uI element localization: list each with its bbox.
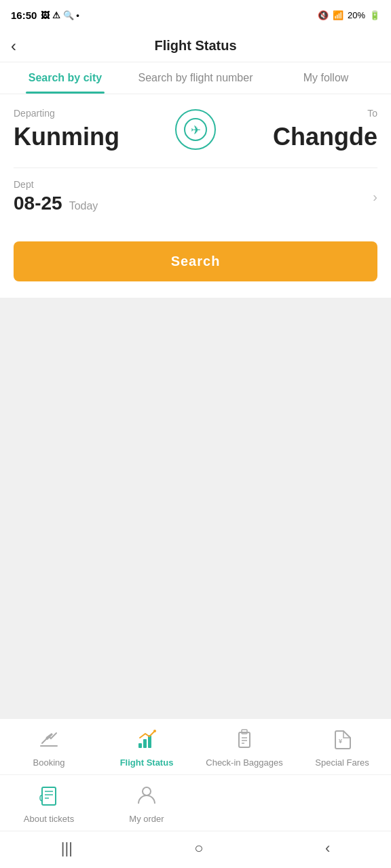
my-order-icon [136, 785, 157, 811]
bottom-nav: Booking Flight Status [0, 718, 391, 831]
fares-icon: ¥ [331, 728, 353, 755]
nav-about-tickets[interactable]: About tickets [0, 782, 98, 827]
departing-label: Departing [14, 108, 172, 119]
svg-rect-2 [138, 743, 142, 748]
flight-status-label: Flight Status [120, 757, 174, 768]
destination-city-block[interactable]: To Changde [219, 108, 377, 151]
tab-search-by-city[interactable]: Search by city [0, 62, 130, 94]
search-button-wrap: Search [0, 231, 391, 298]
plane-circle-icon: ✈ [175, 109, 216, 150]
fares-label: Special Fares [315, 757, 369, 768]
plane-icon-center: ✈ [172, 109, 219, 150]
my-order-label: My order [129, 814, 164, 824]
nav-checkin[interactable]: Check-in Baggages [196, 726, 293, 770]
destination-city: Changde [219, 123, 377, 151]
nav-booking[interactable]: Booking [0, 726, 98, 770]
header: ‹ Flight Status [0, 30, 391, 62]
svg-point-5 [153, 730, 156, 732]
nav-my-order[interactable]: My order [98, 782, 196, 827]
dept-date: 08-25 Today [14, 193, 98, 214]
departing-city-block[interactable]: Departing Kunming [14, 108, 172, 151]
flight-status-icon [136, 728, 157, 755]
checkin-icon [234, 728, 255, 755]
chevron-right-icon: › [373, 189, 377, 205]
search-panel: Departing Kunming ✈ To Changde Dept 08-2… [0, 94, 391, 231]
svg-point-16 [143, 787, 151, 795]
tab-my-follow[interactable]: My follow [261, 62, 391, 94]
svg-text:¥: ¥ [339, 738, 342, 745]
system-menu-button[interactable]: ||| [61, 840, 73, 857]
svg-text:✈: ✈ [191, 123, 201, 137]
dept-info: Dept 08-25 Today [14, 179, 98, 214]
nav-flight-status[interactable]: Flight Status [98, 726, 196, 770]
status-icons: 🔇 📶 20% 🔋 [318, 10, 380, 20]
dept-label: Dept [14, 179, 98, 190]
svg-rect-3 [143, 739, 147, 748]
search-button[interactable]: Search [14, 241, 377, 281]
status-time: 16:50 🖼 ⚠ 🔍 • [11, 9, 79, 21]
tab-search-by-flight[interactable]: Search by flight number [130, 62, 261, 94]
system-home-button[interactable]: ○ [194, 840, 203, 857]
about-tickets-label: About tickets [24, 814, 74, 824]
svg-rect-12 [42, 787, 56, 805]
tab-bar: Search by city Search by flight number M… [0, 62, 391, 94]
main-content-area [0, 298, 391, 718]
about-tickets-icon [38, 785, 60, 811]
page-title: Flight Status [154, 38, 236, 54]
departing-city: Kunming [14, 123, 172, 151]
city-row: Departing Kunming ✈ To Changde [14, 108, 377, 151]
bottom-nav-row-2: About tickets My order [0, 774, 391, 831]
checkin-label: Check-in Baggages [206, 757, 282, 768]
system-back-button[interactable]: ‹ [325, 840, 330, 857]
destination-label: To [219, 108, 377, 119]
dept-row[interactable]: Dept 08-25 Today › [14, 167, 377, 214]
status-bar: 16:50 🖼 ⚠ 🔍 • 🔇 📶 20% 🔋 [0, 0, 391, 30]
system-nav: ||| ○ ‹ [0, 831, 391, 868]
back-button[interactable]: ‹ [11, 37, 16, 56]
booking-label: Booking [33, 757, 65, 768]
svg-rect-6 [239, 732, 250, 747]
nav-fares[interactable]: ¥ Special Fares [293, 726, 391, 770]
booking-icon [38, 728, 60, 755]
bottom-nav-row-1: Booking Flight Status [0, 719, 391, 774]
